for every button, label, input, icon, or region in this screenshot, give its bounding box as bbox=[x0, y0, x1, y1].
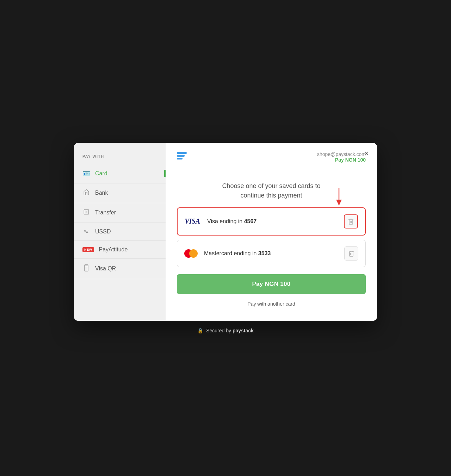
new-badge: NEW bbox=[82, 247, 94, 252]
visa-card-wrapper: VISA Visa ending in 4567 bbox=[177, 207, 366, 236]
sidebar-item-visaqr-label: Visa QR bbox=[95, 265, 116, 272]
sidebar-item-payattitude[interactable]: NEW PayAttitude bbox=[74, 241, 166, 259]
visaqr-icon bbox=[82, 264, 90, 273]
mastercard-logo bbox=[184, 249, 198, 258]
mastercard-name: Mastercard ending in 3533 bbox=[204, 250, 339, 257]
sidebar-item-ussd-label: USSD bbox=[95, 228, 111, 235]
sidebar-item-transfer-label: Transfer bbox=[95, 209, 116, 216]
sidebar-item-card[interactable]: 🪪 Card bbox=[74, 164, 166, 183]
main-header: shope@paystack.com Pay NGN 100 bbox=[166, 143, 377, 170]
sidebar-item-bank-label: Bank bbox=[95, 190, 108, 196]
paystack-logo-icon bbox=[177, 152, 187, 159]
visa-card-name: Visa ending in 4567 bbox=[207, 218, 338, 225]
header-amount: Pay NGN 100 bbox=[317, 157, 366, 163]
sidebar-item-transfer[interactable]: Transfer bbox=[74, 203, 166, 223]
mastercard-delete-button[interactable] bbox=[344, 246, 358, 261]
ussd-icon: *# bbox=[82, 229, 90, 234]
bank-icon bbox=[82, 189, 90, 197]
payment-modal: × PAY WITH 🪪 Card Bank bbox=[74, 143, 377, 321]
header-info: shope@paystack.com Pay NGN 100 bbox=[317, 151, 366, 163]
sidebar-item-bank[interactable]: Bank bbox=[74, 183, 166, 203]
red-arrow-annotation bbox=[328, 186, 350, 209]
main-body: Choose one of your saved cards tocontinu… bbox=[166, 170, 377, 321]
svg-marker-5 bbox=[336, 200, 342, 206]
main-content: shope@paystack.com Pay NGN 100 Choose on… bbox=[166, 143, 377, 321]
sidebar: PAY WITH 🪪 Card Bank bbox=[74, 143, 166, 321]
close-button[interactable]: × bbox=[362, 149, 371, 158]
sidebar-title: PAY WITH bbox=[74, 154, 166, 164]
lock-icon: 🔒 bbox=[197, 328, 203, 333]
secured-footer: 🔒 Secured by paystack bbox=[197, 328, 254, 333]
choose-text: Choose one of your saved cards tocontinu… bbox=[222, 181, 320, 200]
card-icon: 🪪 bbox=[82, 170, 90, 177]
secured-text: Secured by paystack bbox=[206, 328, 254, 333]
visa-logo: VISA bbox=[185, 217, 202, 225]
paystack-brand: paystack bbox=[233, 328, 254, 333]
sidebar-item-payattitude-label: PayAttitude bbox=[99, 246, 128, 253]
transfer-icon bbox=[82, 209, 90, 217]
visa-card-item[interactable]: VISA Visa ending in 4567 bbox=[177, 207, 366, 236]
sidebar-item-ussd[interactable]: *# USSD bbox=[74, 223, 166, 241]
cards-list: VISA Visa ending in 4567 bbox=[177, 207, 366, 267]
sidebar-item-visaqr[interactable]: Visa QR bbox=[74, 259, 166, 279]
header-email: shope@paystack.com bbox=[317, 151, 366, 157]
pay-another-link[interactable]: Pay with another card bbox=[247, 301, 295, 307]
mastercard-item[interactable]: Mastercard ending in 3533 bbox=[177, 240, 366, 267]
visa-delete-button[interactable] bbox=[344, 214, 358, 228]
pay-button[interactable]: Pay NGN 100 bbox=[177, 274, 366, 294]
sidebar-item-card-label: Card bbox=[95, 170, 107, 177]
